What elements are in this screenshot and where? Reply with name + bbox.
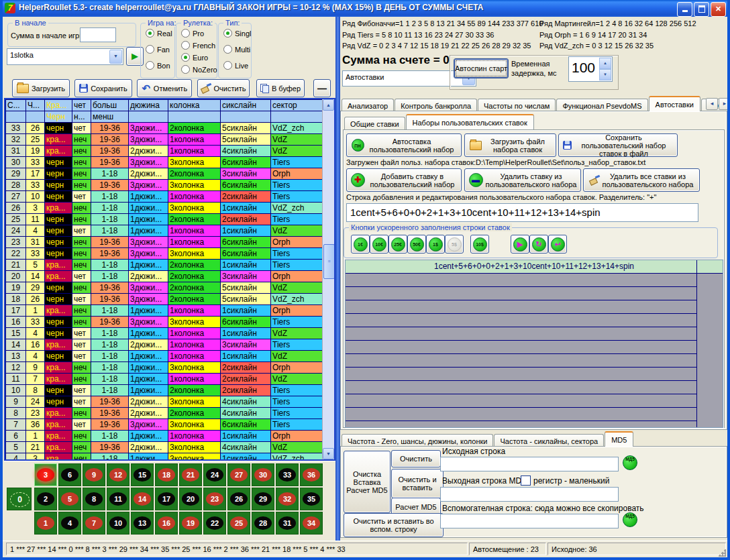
minimize-button[interactable] [677, 2, 692, 17]
add-bet-button[interactable]: ✚ Добавить ставку в пользовательский наб… [346, 168, 462, 192]
md5-aux-run-icon[interactable]: МД5 [623, 512, 637, 527]
spinner-down-icon[interactable]: ▼ [599, 69, 611, 80]
radio-real[interactable]: Real [146, 29, 172, 38]
board-cell-20[interactable]: 20 [179, 488, 202, 510]
board-cell-32[interactable]: 32 [276, 488, 299, 510]
board-cell-10[interactable]: 10 [107, 512, 129, 535]
table-row[interactable]: 108чернчет1-181дюжи...2колонка2сиклайнTi… [6, 385, 324, 396]
board-cell-3[interactable]: 3 [34, 463, 57, 486]
table-row[interactable]: 61кра...неч1-181дюжи...1колонка1сиклайнO… [6, 431, 324, 442]
board-cell-16[interactable]: 16 [155, 512, 178, 535]
table-row[interactable]: 1826чернчет19-363дюжи...2колонка5сиклайн… [6, 294, 324, 305]
list-item[interactable] [346, 327, 696, 341]
board-cell-17[interactable]: 17 [155, 488, 178, 510]
toolbar-button-4[interactable]: Очистить [197, 79, 250, 97]
table-row[interactable]: 736кра...чет19-363дюжи...3колонка6сиклай… [6, 419, 324, 431]
freq-tab-3[interactable]: MD5 [605, 431, 633, 447]
freq-tab-2[interactable]: Частота - сиклайны, сектора [494, 434, 604, 447]
md5-source-input[interactable] [440, 457, 619, 471]
main-tab-5[interactable]: Автоставки [649, 96, 700, 111]
radio-fan[interactable]: Fan [146, 45, 170, 54]
table-scrollbar[interactable]: ▲ ≡ ▼ [322, 99, 334, 459]
list-item[interactable] [346, 274, 696, 287]
radio-bon[interactable]: Bon [146, 61, 170, 70]
radio-singl[interactable]: Singl [223, 29, 251, 38]
bet-string-input[interactable]: 1cent+5+6+0+0+2+1+3+10cent+10+11+12+13+1… [346, 203, 698, 222]
quick-money-button-25€[interactable]: 25€ [388, 235, 407, 254]
quick-action-button-1[interactable]: ▶ [511, 235, 529, 254]
radio-pro[interactable]: Pro [181, 29, 204, 38]
board-cell-29[interactable]: 29 [252, 488, 274, 510]
autospin-start-button[interactable]: Автоспин старт [454, 58, 509, 78]
toolbar-button-3[interactable]: ↶Отменить [137, 79, 192, 97]
main-tab-3[interactable]: Частоты по числам [478, 99, 556, 112]
bet-sets-list[interactable]: 1cent+5+6+0+0+2+1+3+10cent+10+11+12+13+1… [345, 260, 723, 428]
quick-money-button-50€[interactable]: 50€ [407, 235, 426, 254]
toolbar-button-1[interactable]: Загрузить [12, 79, 70, 97]
list-item[interactable] [346, 341, 696, 354]
sub-tab-2[interactable]: Наборы пользовательских ставок [406, 114, 534, 129]
board-cell-26[interactable]: 26 [227, 488, 250, 510]
list-item[interactable] [346, 394, 696, 408]
board-cell-9[interactable]: 9 [83, 463, 105, 486]
table-row[interactable]: 215кра...неч1-181дюжи...2колонка1сиклайн… [6, 260, 324, 271]
board-cell-12[interactable]: 12 [107, 463, 129, 486]
board-cell-13[interactable]: 13 [131, 512, 154, 535]
board-cell-25[interactable]: 25 [227, 512, 250, 535]
main-tab-2[interactable]: Контроль банкролла [395, 99, 477, 112]
radio-nozero[interactable]: NoZero [181, 65, 217, 74]
md5-clear-button[interactable]: Очистить [391, 450, 441, 467]
table-row[interactable]: 2833черннеч19-363дюжи...3колонка6сиклайн… [6, 180, 324, 191]
board-cell-5[interactable]: 5 [58, 488, 81, 510]
main-tab-1[interactable]: Анализатор [342, 99, 394, 112]
board-cell-31[interactable]: 31 [276, 512, 299, 535]
board-cell-1[interactable]: 1 [34, 512, 57, 535]
board-cell-36[interactable]: 36 [300, 463, 323, 486]
table-row[interactable]: 3225кра...неч19-363дюжи...1колонка5сикла… [6, 134, 324, 146]
board-cell-30[interactable]: 30 [252, 463, 274, 486]
pane-splitter[interactable] [335, 17, 340, 541]
table-row[interactable]: 823кра...неч19-362дюжи...2колонка4сиклай… [6, 408, 324, 419]
delete-bet-button[interactable]: ▬ Удалить ставку из пользовательского на… [464, 168, 581, 192]
board-cell-24[interactable]: 24 [203, 463, 226, 486]
board-cell-4[interactable]: 4 [58, 512, 81, 535]
md5-run-icon[interactable]: МД5 [623, 455, 637, 470]
board-cell-23[interactable]: 23 [203, 488, 226, 510]
table-row[interactable]: 924чернчет19-362дюжи...3колонка4сиклайнT… [6, 396, 324, 408]
quick-money-button-1€[interactable]: 1€ [351, 235, 370, 254]
md5-aux-input[interactable] [440, 514, 619, 528]
toolbar-button-5[interactable]: В буфер [256, 79, 305, 97]
quick-money-button-10€[interactable]: 10€ [370, 235, 388, 254]
load-set-file-button[interactable]: Загрузить файл набора ставок [464, 133, 556, 157]
list-item[interactable] [346, 287, 696, 300]
collapse-button[interactable]: — [313, 79, 331, 97]
maximize-button[interactable] [694, 2, 709, 17]
freq-tab-1[interactable]: Частота - Zero, шансы, дюжины, колонки [342, 434, 493, 447]
delay-spinner[interactable]: 100 ▲ ▼ [568, 56, 613, 82]
quick-action-button-2[interactable]: ↻ [529, 235, 548, 254]
main-tab-4[interactable]: Функционал PsevdoMS [556, 99, 647, 112]
board-cell-27[interactable]: 27 [227, 463, 250, 486]
tab-scroll-right-icon[interactable]: ▸ [719, 98, 730, 110]
board-cell-33[interactable]: 33 [276, 463, 299, 486]
list-item[interactable] [346, 421, 696, 428]
chevron-down-icon[interactable]: ▼ [109, 50, 122, 64]
toolbar-button-2[interactable]: Сохранить [74, 79, 132, 97]
title-bar[interactable]: 7 HelperRoullet 5.3- create helperroulle… [0, 0, 730, 17]
list-item[interactable] [346, 354, 696, 368]
board-cell-6[interactable]: 6 [58, 463, 81, 486]
table-row[interactable]: 3033черннеч19-363дюжи...3колонка6сиклайн… [6, 157, 324, 168]
scrollbar-thumb[interactable]: ≡ [323, 244, 335, 279]
board-cell-11[interactable]: 11 [107, 488, 129, 510]
list-item[interactable] [346, 408, 696, 421]
table-row[interactable]: 1633черннеч19-363дюжи...3колонка6сиклайн… [6, 317, 324, 328]
quick-money-button-10$[interactable]: 10$ [470, 235, 489, 254]
quick-money-button-1$[interactable]: 1$ [426, 235, 445, 254]
tab-scroll-left-icon[interactable]: ◂ [706, 98, 718, 110]
table-row[interactable]: 134чернчет1-181дюжи...1колонка1сиклайнVd… [6, 351, 324, 362]
board-cell-34[interactable]: 34 [300, 512, 323, 535]
table-row[interactable]: 521кра...неч19-362дюжи...3колонка4сиклай… [6, 442, 324, 453]
board-cell-14[interactable]: 14 [131, 488, 154, 510]
spinner-up-icon[interactable]: ▲ [599, 58, 611, 69]
quick-money-button-5$[interactable]: 5$ [445, 235, 464, 254]
